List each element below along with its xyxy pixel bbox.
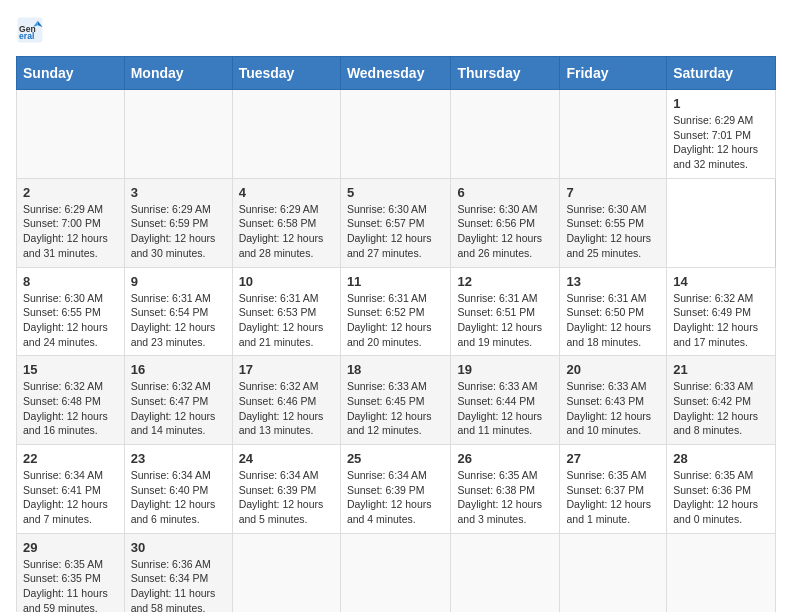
- day-number: 21: [673, 362, 769, 377]
- day-number: 5: [347, 185, 445, 200]
- day-info: Sunrise: 6:29 AMSunset: 7:00 PMDaylight:…: [23, 202, 118, 261]
- col-header-saturday: Saturday: [667, 57, 776, 90]
- col-header-thursday: Thursday: [451, 57, 560, 90]
- day-number: 14: [673, 274, 769, 289]
- day-info: Sunrise: 6:29 AMSunset: 7:01 PMDaylight:…: [673, 113, 769, 172]
- calendar-cell: 25Sunrise: 6:34 AMSunset: 6:39 PMDayligh…: [340, 445, 451, 534]
- calendar-week-row: 29Sunrise: 6:35 AMSunset: 6:35 PMDayligh…: [17, 533, 776, 612]
- logo: Gen eral: [16, 16, 48, 44]
- calendar-cell: 8Sunrise: 6:30 AMSunset: 6:55 PMDaylight…: [17, 267, 125, 356]
- calendar-header-row: SundayMondayTuesdayWednesdayThursdayFrid…: [17, 57, 776, 90]
- day-info: Sunrise: 6:34 AMSunset: 6:39 PMDaylight:…: [239, 468, 334, 527]
- day-info: Sunrise: 6:32 AMSunset: 6:47 PMDaylight:…: [131, 379, 226, 438]
- day-info: Sunrise: 6:30 AMSunset: 6:57 PMDaylight:…: [347, 202, 445, 261]
- day-number: 20: [566, 362, 660, 377]
- calendar-week-row: 8Sunrise: 6:30 AMSunset: 6:55 PMDaylight…: [17, 267, 776, 356]
- day-info: Sunrise: 6:32 AMSunset: 6:46 PMDaylight:…: [239, 379, 334, 438]
- calendar-week-row: 22Sunrise: 6:34 AMSunset: 6:41 PMDayligh…: [17, 445, 776, 534]
- day-info: Sunrise: 6:36 AMSunset: 6:34 PMDaylight:…: [131, 557, 226, 612]
- calendar-cell: 23Sunrise: 6:34 AMSunset: 6:40 PMDayligh…: [124, 445, 232, 534]
- day-info: Sunrise: 6:35 AMSunset: 6:38 PMDaylight:…: [457, 468, 553, 527]
- calendar-cell: 20Sunrise: 6:33 AMSunset: 6:43 PMDayligh…: [560, 356, 667, 445]
- calendar-cell: 13Sunrise: 6:31 AMSunset: 6:50 PMDayligh…: [560, 267, 667, 356]
- day-number: 13: [566, 274, 660, 289]
- day-info: Sunrise: 6:32 AMSunset: 6:49 PMDaylight:…: [673, 291, 769, 350]
- calendar-cell: 11Sunrise: 6:31 AMSunset: 6:52 PMDayligh…: [340, 267, 451, 356]
- calendar-cell: 26Sunrise: 6:35 AMSunset: 6:38 PMDayligh…: [451, 445, 560, 534]
- calendar-cell: [124, 90, 232, 179]
- day-number: 24: [239, 451, 334, 466]
- col-header-wednesday: Wednesday: [340, 57, 451, 90]
- day-number: 27: [566, 451, 660, 466]
- calendar-cell: 17Sunrise: 6:32 AMSunset: 6:46 PMDayligh…: [232, 356, 340, 445]
- logo-icon: Gen eral: [16, 16, 44, 44]
- day-info: Sunrise: 6:31 AMSunset: 6:53 PMDaylight:…: [239, 291, 334, 350]
- page-header: Gen eral: [16, 16, 776, 44]
- col-header-tuesday: Tuesday: [232, 57, 340, 90]
- calendar-cell: 2Sunrise: 6:29 AMSunset: 7:00 PMDaylight…: [17, 178, 125, 267]
- calendar-cell: [232, 90, 340, 179]
- svg-text:eral: eral: [19, 31, 34, 41]
- calendar-cell: [451, 533, 560, 612]
- day-number: 1: [673, 96, 769, 111]
- calendar-cell: [232, 533, 340, 612]
- day-number: 15: [23, 362, 118, 377]
- day-number: 25: [347, 451, 445, 466]
- day-number: 2: [23, 185, 118, 200]
- calendar-cell: 10Sunrise: 6:31 AMSunset: 6:53 PMDayligh…: [232, 267, 340, 356]
- calendar-week-row: 2Sunrise: 6:29 AMSunset: 7:00 PMDaylight…: [17, 178, 776, 267]
- day-number: 8: [23, 274, 118, 289]
- day-number: 3: [131, 185, 226, 200]
- day-info: Sunrise: 6:33 AMSunset: 6:45 PMDaylight:…: [347, 379, 445, 438]
- day-info: Sunrise: 6:29 AMSunset: 6:58 PMDaylight:…: [239, 202, 334, 261]
- day-number: 16: [131, 362, 226, 377]
- day-number: 4: [239, 185, 334, 200]
- calendar-cell: [560, 90, 667, 179]
- day-number: 30: [131, 540, 226, 555]
- day-info: Sunrise: 6:34 AMSunset: 6:39 PMDaylight:…: [347, 468, 445, 527]
- day-info: Sunrise: 6:33 AMSunset: 6:42 PMDaylight:…: [673, 379, 769, 438]
- day-number: 26: [457, 451, 553, 466]
- day-number: 23: [131, 451, 226, 466]
- day-number: 7: [566, 185, 660, 200]
- day-number: 29: [23, 540, 118, 555]
- calendar-cell: 14Sunrise: 6:32 AMSunset: 6:49 PMDayligh…: [667, 267, 776, 356]
- day-number: 18: [347, 362, 445, 377]
- day-number: 11: [347, 274, 445, 289]
- calendar-cell: [340, 90, 451, 179]
- calendar-cell: 12Sunrise: 6:31 AMSunset: 6:51 PMDayligh…: [451, 267, 560, 356]
- calendar-cell: [340, 533, 451, 612]
- calendar-cell: 3Sunrise: 6:29 AMSunset: 6:59 PMDaylight…: [124, 178, 232, 267]
- calendar-cell: 1Sunrise: 6:29 AMSunset: 7:01 PMDaylight…: [667, 90, 776, 179]
- day-info: Sunrise: 6:31 AMSunset: 6:51 PMDaylight:…: [457, 291, 553, 350]
- day-info: Sunrise: 6:35 AMSunset: 6:37 PMDaylight:…: [566, 468, 660, 527]
- calendar-cell: 19Sunrise: 6:33 AMSunset: 6:44 PMDayligh…: [451, 356, 560, 445]
- calendar-cell: 7Sunrise: 6:30 AMSunset: 6:55 PMDaylight…: [560, 178, 667, 267]
- day-info: Sunrise: 6:34 AMSunset: 6:41 PMDaylight:…: [23, 468, 118, 527]
- day-info: Sunrise: 6:30 AMSunset: 6:56 PMDaylight:…: [457, 202, 553, 261]
- day-info: Sunrise: 6:31 AMSunset: 6:54 PMDaylight:…: [131, 291, 226, 350]
- day-number: 22: [23, 451, 118, 466]
- calendar-cell: 27Sunrise: 6:35 AMSunset: 6:37 PMDayligh…: [560, 445, 667, 534]
- col-header-monday: Monday: [124, 57, 232, 90]
- calendar-cell: [451, 90, 560, 179]
- day-info: Sunrise: 6:30 AMSunset: 6:55 PMDaylight:…: [566, 202, 660, 261]
- day-info: Sunrise: 6:35 AMSunset: 6:35 PMDaylight:…: [23, 557, 118, 612]
- day-info: Sunrise: 6:31 AMSunset: 6:50 PMDaylight:…: [566, 291, 660, 350]
- day-number: 17: [239, 362, 334, 377]
- day-number: 6: [457, 185, 553, 200]
- calendar-cell: 16Sunrise: 6:32 AMSunset: 6:47 PMDayligh…: [124, 356, 232, 445]
- day-info: Sunrise: 6:35 AMSunset: 6:36 PMDaylight:…: [673, 468, 769, 527]
- calendar-week-row: 15Sunrise: 6:32 AMSunset: 6:48 PMDayligh…: [17, 356, 776, 445]
- day-info: Sunrise: 6:32 AMSunset: 6:48 PMDaylight:…: [23, 379, 118, 438]
- calendar-cell: 24Sunrise: 6:34 AMSunset: 6:39 PMDayligh…: [232, 445, 340, 534]
- col-header-friday: Friday: [560, 57, 667, 90]
- day-number: 19: [457, 362, 553, 377]
- calendar-cell: [560, 533, 667, 612]
- day-info: Sunrise: 6:33 AMSunset: 6:44 PMDaylight:…: [457, 379, 553, 438]
- calendar-cell: 4Sunrise: 6:29 AMSunset: 6:58 PMDaylight…: [232, 178, 340, 267]
- day-info: Sunrise: 6:33 AMSunset: 6:43 PMDaylight:…: [566, 379, 660, 438]
- calendar-cell: 28Sunrise: 6:35 AMSunset: 6:36 PMDayligh…: [667, 445, 776, 534]
- day-info: Sunrise: 6:29 AMSunset: 6:59 PMDaylight:…: [131, 202, 226, 261]
- col-header-sunday: Sunday: [17, 57, 125, 90]
